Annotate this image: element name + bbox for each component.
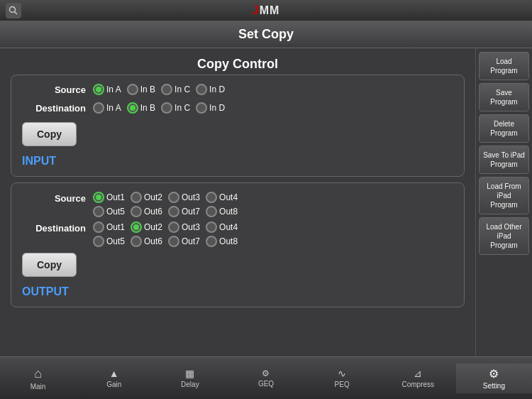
radio-out2-source[interactable]: Out2 (131, 192, 162, 203)
radio-circle-out8-src[interactable] (206, 206, 217, 217)
radio-in-b-dest[interactable]: In B (127, 102, 155, 114)
radio-circle-out1-dest[interactable] (93, 222, 104, 233)
main-icon: ⌂ (34, 366, 42, 381)
input-copy-button[interactable]: Copy (22, 122, 77, 146)
nav-item-main[interactable]: ⌂ Main (0, 363, 76, 394)
radio-label-out7-dest: Out7 (182, 236, 200, 246)
radio-out6-dest[interactable]: Out6 (131, 236, 162, 247)
compress-icon: ⊿ (414, 368, 422, 379)
output-source-row1: Out1 Out2 Out3 Out4 (93, 192, 238, 203)
radio-out8-dest[interactable]: Out8 (206, 236, 238, 247)
radio-circle-dest-in-b[interactable] (127, 102, 138, 114)
save-program-button[interactable]: SaveProgram (479, 83, 529, 111)
radio-circle-out4-src[interactable] (206, 192, 217, 203)
copy-control-title: Copy Control (11, 57, 465, 72)
radio-label-out5-dest: Out5 (106, 236, 125, 246)
radio-out4-source[interactable]: Out4 (206, 192, 238, 203)
radio-in-b-source[interactable]: In B (127, 84, 155, 95)
radio-circle-out5-dest[interactable] (93, 236, 104, 247)
load-program-button[interactable]: LoadProgram (479, 52, 529, 80)
nav-item-delay[interactable]: ▦ Delay (152, 364, 228, 392)
output-source-row: Source Out1 Out2 Out3 (22, 192, 453, 217)
nav-item-geq[interactable]: ⚙ GEQ (228, 365, 304, 391)
radio-out2-dest[interactable]: Out2 (131, 222, 162, 233)
radio-circle-in-d[interactable] (196, 84, 207, 95)
radio-label-dest-in-b: In B (140, 103, 155, 113)
delete-program-button[interactable]: DeleteProgram (479, 114, 529, 143)
radio-circle-in-a[interactable] (93, 84, 104, 95)
destination-label: Destination (22, 103, 86, 114)
radio-out1-dest[interactable]: Out1 (93, 222, 125, 233)
radio-in-c-source[interactable]: In C (161, 84, 190, 95)
radio-label-out6-src: Out6 (144, 207, 162, 217)
radio-circle-in-c[interactable] (161, 84, 172, 95)
radio-out6-source[interactable]: Out6 (131, 206, 162, 217)
radio-label-out4-dest: Out4 (219, 222, 238, 232)
output-section: Source Out1 Out2 Out3 (11, 182, 465, 307)
nav-item-compress[interactable]: ⊿ Compress (380, 364, 456, 392)
radio-circle-out3-dest[interactable] (168, 222, 179, 233)
radio-label-dest-in-d: In D (209, 103, 225, 113)
radio-label-dest-in-c: In C (174, 103, 190, 113)
output-dest-label: Destination (22, 222, 86, 234)
radio-circle-out6-src[interactable] (131, 206, 142, 217)
nav-item-peq[interactable]: ∿ PEQ (304, 364, 380, 392)
radio-circle-out6-dest[interactable] (131, 236, 142, 247)
output-bottom-row: OUTPUT Copy (22, 251, 453, 277)
nav-item-setting[interactable]: ⚙ Setting (456, 364, 532, 393)
radio-label-out1-src: Out1 (106, 192, 125, 202)
radio-label-out8-dest: Out8 (219, 236, 238, 246)
output-copy-button[interactable]: Copy (22, 253, 77, 277)
radio-in-d-source[interactable]: In D (196, 84, 225, 95)
radio-circle-dest-in-a[interactable] (93, 102, 104, 114)
svg-point-0 (10, 6, 16, 12)
radio-circle-in-b[interactable] (127, 84, 138, 95)
main-area: Copy Control Source In A In B (0, 48, 532, 399)
radio-circle-out7-src[interactable] (168, 206, 179, 217)
radio-label-out3-dest: Out3 (182, 222, 200, 232)
radio-label-in-c: In C (174, 84, 190, 94)
radio-in-a-source[interactable]: In A (93, 84, 121, 95)
radio-out3-dest[interactable]: Out3 (168, 222, 200, 233)
radio-circle-out2-dest[interactable] (131, 222, 142, 233)
radio-out5-source[interactable]: Out5 (93, 206, 125, 217)
load-other-ipad-button[interactable]: Load Other iPadProgram (479, 217, 529, 255)
radio-circle-out4-dest[interactable] (206, 222, 217, 233)
output-dest-row2: Out5 Out6 Out7 Out8 (93, 236, 238, 247)
radio-in-a-dest[interactable]: In A (93, 102, 121, 114)
radio-in-d-dest[interactable]: In D (196, 102, 225, 114)
radio-out1-source[interactable]: Out1 (93, 192, 125, 203)
radio-circle-out8-dest[interactable] (206, 236, 217, 247)
radio-label-in-d: In D (209, 84, 225, 94)
nav-label-compress: Compress (401, 381, 434, 388)
app-title: JMM (253, 4, 280, 17)
setting-icon: ⚙ (489, 367, 499, 381)
radio-circle-out7-dest[interactable] (168, 236, 179, 247)
radio-circle-out1-src[interactable] (93, 192, 104, 203)
radio-out7-source[interactable]: Out7 (168, 206, 200, 217)
output-source-row2: Out5 Out6 Out7 Out8 (93, 206, 238, 217)
nav-label-geq: GEQ (258, 380, 274, 388)
save-to-ipad-button[interactable]: Save To iPadProgram (479, 146, 529, 174)
geq-icon: ⚙ (262, 368, 270, 378)
load-from-ipad-button[interactable]: Load From iPadProgram (479, 177, 529, 214)
nav-label-gain: Gain (106, 381, 121, 388)
radio-label-out4-src: Out4 (219, 192, 238, 202)
radio-label-out2-src: Out2 (144, 192, 162, 202)
nav-label-peq: PEQ (335, 381, 350, 388)
radio-circle-out5-src[interactable] (93, 206, 104, 217)
radio-circle-out3-src[interactable] (168, 192, 179, 203)
search-icon[interactable] (6, 3, 21, 18)
radio-in-c-dest[interactable]: In C (161, 102, 190, 114)
radio-circle-dest-in-c[interactable] (161, 102, 172, 114)
radio-out7-dest[interactable]: Out7 (168, 236, 200, 247)
radio-out3-source[interactable]: Out3 (168, 192, 200, 203)
input-section: Source In A In B In C (11, 75, 465, 177)
radio-out5-dest[interactable]: Out5 (93, 236, 125, 247)
radio-circle-dest-in-d[interactable] (196, 102, 207, 114)
radio-label-in-b: In B (140, 84, 155, 94)
radio-circle-out2-src[interactable] (131, 192, 142, 203)
nav-item-gain[interactable]: ▲ Gain (76, 364, 152, 392)
radio-out4-dest[interactable]: Out4 (206, 222, 238, 233)
radio-out8-source[interactable]: Out8 (206, 206, 238, 217)
